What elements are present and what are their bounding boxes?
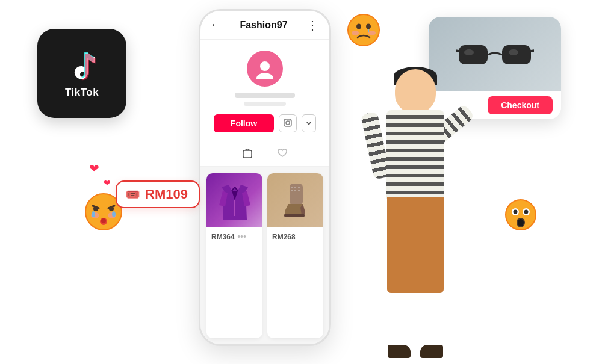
svg-point-34 xyxy=(464,49,474,55)
avatar xyxy=(247,51,283,87)
phone-tabs xyxy=(200,140,329,167)
price-badge: 🎟️ RM109 xyxy=(116,180,200,208)
svg-point-27 xyxy=(356,24,361,29)
svg-point-5 xyxy=(93,206,98,211)
price-text: RM109 xyxy=(145,187,188,202)
jacket-svg xyxy=(217,179,253,222)
svg-rect-30 xyxy=(459,45,488,64)
jacket-info: RM364 ••• xyxy=(206,227,262,245)
phone-more-button[interactable]: ⋮ xyxy=(306,18,320,32)
svg-point-26 xyxy=(368,31,376,35)
heart-1: ❤ xyxy=(89,161,99,176)
svg-point-8 xyxy=(112,211,116,217)
phone-title: Fashion97 xyxy=(240,20,287,31)
svg-point-24 xyxy=(348,14,379,46)
profile-actions: Follow xyxy=(214,114,316,132)
svg-rect-31 xyxy=(502,45,531,64)
boots-price: RM268 xyxy=(272,233,296,241)
jacket-price: RM364 xyxy=(211,233,235,241)
phone-profile-section: Follow xyxy=(200,40,329,140)
phone-top-bar: ← Fashion97 ⋮ xyxy=(200,11,329,40)
svg-point-40 xyxy=(524,210,529,214)
boots-image xyxy=(267,173,323,227)
phone-mockup: ← Fashion97 ⋮ Follow xyxy=(199,9,331,346)
profile-name-bar xyxy=(235,93,295,98)
follow-button[interactable]: Follow xyxy=(214,114,274,132)
svg-point-7 xyxy=(92,211,95,217)
person-body xyxy=(349,69,482,358)
person-head xyxy=(395,69,436,113)
svg-point-35 xyxy=(509,49,518,55)
product-card-boots[interactable]: RM268 xyxy=(267,173,323,338)
checkout-button[interactable]: Checkout xyxy=(488,96,553,114)
person-shoe-left xyxy=(388,345,411,358)
phone-product-grid: RM364 ••• xyxy=(200,167,329,344)
tiktok-label: TikTok xyxy=(65,87,99,99)
instagram-button[interactable] xyxy=(279,114,297,132)
svg-point-25 xyxy=(352,31,359,35)
person-shoe-right xyxy=(420,345,443,358)
phone-back-button[interactable]: ← xyxy=(210,19,221,31)
jacket-image xyxy=(206,173,262,227)
svg-point-15 xyxy=(290,120,291,121)
svg-point-28 xyxy=(366,24,371,29)
scene: TikTok ❤ ❤ ← Fashion97 ⋮ xyxy=(0,0,602,364)
heart-2: ❤ xyxy=(104,178,111,188)
svg-point-14 xyxy=(286,121,290,125)
tab-bag-icon[interactable] xyxy=(241,146,254,162)
boots-svg xyxy=(279,181,312,220)
svg-point-12 xyxy=(256,73,273,79)
instagram-icon xyxy=(283,118,293,129)
product-card-jacket[interactable]: RM364 ••• xyxy=(206,173,262,338)
boots-info: RM268 xyxy=(267,227,323,245)
svg-point-42 xyxy=(518,219,524,226)
svg-point-10 xyxy=(101,218,106,223)
jacket-dots: ••• xyxy=(237,232,246,241)
svg-rect-16 xyxy=(243,150,252,158)
svg-line-33 xyxy=(531,50,534,51)
profile-sub-bar xyxy=(244,102,286,106)
ticket-icon: 🎟️ xyxy=(125,187,140,202)
dropdown-button[interactable] xyxy=(302,114,316,132)
svg-rect-20 xyxy=(290,184,303,205)
tab-like-icon[interactable] xyxy=(276,146,289,162)
person xyxy=(349,69,482,358)
chevron-down-icon xyxy=(306,120,312,126)
svg-rect-21 xyxy=(284,214,305,217)
tiktok-logo-card: TikTok xyxy=(37,29,126,118)
svg-line-32 xyxy=(456,50,459,51)
tiktok-icon xyxy=(64,48,100,84)
emoji-sad xyxy=(347,13,380,52)
svg-point-11 xyxy=(260,61,270,71)
svg-point-6 xyxy=(109,206,114,211)
svg-point-39 xyxy=(514,210,518,214)
emoji-shock xyxy=(504,199,537,236)
avatar-icon xyxy=(254,58,276,79)
person-torso xyxy=(386,110,444,199)
person-pants xyxy=(387,197,444,293)
